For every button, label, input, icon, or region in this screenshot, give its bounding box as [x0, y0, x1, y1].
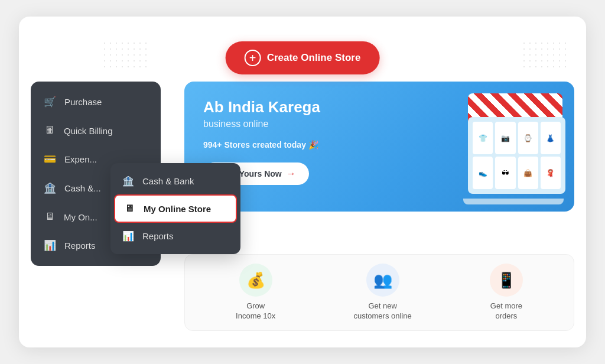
- main-container: + Create Online Store 🛒 Purchase 🖩 Quick…: [19, 17, 586, 347]
- store-item-7: 🧣: [541, 157, 561, 189]
- store-item-3: 👗: [541, 122, 561, 154]
- create-btn-label: Create Online Store: [267, 52, 361, 64]
- sidebar-label-quick-billing: Quick Billing: [64, 126, 113, 136]
- store-icon: 🖥: [44, 211, 56, 223]
- feature-card-customers: 👥 Get newcustomers online: [353, 264, 411, 321]
- dropdown-menu: 🏦 Cash & Bank 🖥 My Online Store 📊 Report…: [110, 163, 240, 254]
- create-btn-wrapper: + Create Online Store: [226, 41, 380, 74]
- store-item-0: 👕: [473, 122, 493, 154]
- plus-icon: +: [245, 50, 261, 66]
- sidebar-item-purchase[interactable]: 🛒 Purchase: [31, 87, 161, 116]
- sidebar-label-expense: Expen...: [64, 154, 97, 164]
- customers-icon: 👥: [373, 271, 392, 290]
- dropdown-label-cash-bank: Cash & Bank: [142, 176, 194, 186]
- banner-stats-text: Stores created today 🎉: [222, 140, 318, 150]
- dropdown-label-reports: Reports: [142, 231, 174, 241]
- reports-icon: 📊: [44, 239, 56, 252]
- dropdown-item-my-online-store[interactable]: 🖥 My Online Store: [114, 194, 237, 223]
- store-base: [463, 199, 564, 204]
- store-item-2: ⌚: [518, 122, 538, 154]
- bank-icon: 🏦: [44, 182, 56, 194]
- grow-icon-circle: 💰: [239, 264, 272, 297]
- sidebar-label-cash: Cash &...: [64, 183, 101, 193]
- create-online-store-button[interactable]: + Create Online Store: [226, 41, 380, 74]
- dropdown-item-reports[interactable]: 📊 Reports: [110, 223, 240, 249]
- grow-icon: 💰: [246, 271, 265, 290]
- store-illustration: 👕 📷 ⌚ 👗 👟 🕶 👜 🧣: [456, 82, 574, 212]
- store-item-1: 📷: [495, 122, 515, 154]
- dropdown-label-my-online-store: My Online Store: [144, 204, 211, 214]
- store-item-5: 🕶: [495, 157, 515, 189]
- orders-icon: 📱: [497, 271, 516, 290]
- billing-icon: 🖩: [44, 125, 56, 136]
- dropdown-bank-icon: 🏦: [122, 176, 134, 187]
- banner: Ab India Karega business online 994+ Sto…: [184, 82, 574, 212]
- feature-card-orders: 📱 Get moreorders: [490, 264, 523, 321]
- store-item-6: 👜: [518, 157, 538, 189]
- dropdown-reports-icon: 📊: [122, 230, 134, 242]
- expense-icon: 💳: [44, 153, 56, 165]
- banner-stats-number: 994+: [203, 140, 222, 150]
- feature-label-grow: GrowIncome 10x: [236, 301, 275, 321]
- sidebar-label-reports: Reports: [64, 240, 96, 251]
- dots-decoration-left: [102, 40, 149, 70]
- dots-decoration-right: [521, 40, 568, 70]
- sidebar-label-my-online: My On...: [64, 212, 97, 222]
- dropdown-store-icon: 🖥: [123, 203, 135, 214]
- cart-icon: 🛒: [44, 96, 56, 108]
- customers-icon-circle: 👥: [366, 264, 399, 297]
- store-item-4: 👟: [473, 157, 493, 189]
- dropdown-item-cash-bank[interactable]: 🏦 Cash & Bank: [110, 168, 240, 194]
- sidebar-label-purchase: Purchase: [64, 97, 102, 107]
- arrow-icon: →: [287, 168, 296, 179]
- orders-icon-circle: 📱: [490, 264, 523, 297]
- feature-label-orders: Get moreorders: [490, 301, 522, 321]
- feature-cards: 💰 GrowIncome 10x 👥 Get newcustomers onli…: [184, 254, 574, 331]
- store-screen: 👕 📷 ⌚ 👗 👟 🕶 👜 🧣: [468, 117, 565, 194]
- feature-label-customers: Get newcustomers online: [353, 301, 411, 321]
- feature-card-grow: 💰 GrowIncome 10x: [236, 264, 275, 321]
- sidebar-item-quick-billing[interactable]: 🖩 Quick Billing: [31, 116, 161, 145]
